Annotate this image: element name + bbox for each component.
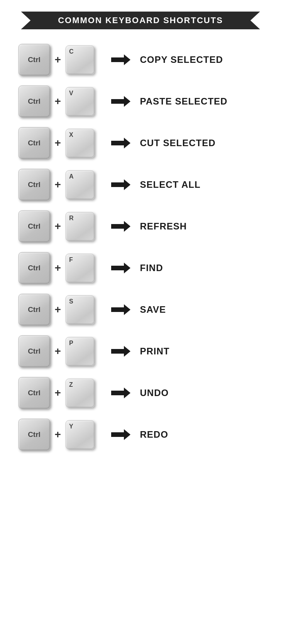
letter-key-label-select-all: A <box>69 173 74 180</box>
plus-sign-select-all: + <box>55 179 61 191</box>
ctrl-key-find: Ctrl <box>19 252 50 284</box>
ctrl-key-paste: Ctrl <box>19 86 50 117</box>
svg-marker-2 <box>111 138 130 148</box>
letter-key-print: P <box>66 337 95 366</box>
shortcut-row-print: Ctrl + P PRINT <box>19 332 263 370</box>
letter-key-label-cut: X <box>69 131 73 138</box>
letter-key-label-paste: V <box>69 90 73 97</box>
shortcut-label-select-all: SELECT ALL <box>140 179 201 190</box>
key-combo-copy: Ctrl + C <box>19 44 103 76</box>
svg-marker-1 <box>111 96 130 107</box>
ctrl-key-print: Ctrl <box>19 335 50 367</box>
svg-marker-7 <box>111 346 130 357</box>
key-combo-refresh: Ctrl + R <box>19 211 103 242</box>
shortcut-row-refresh: Ctrl + R REFRESH <box>19 207 263 245</box>
plus-sign-refresh: + <box>55 220 61 233</box>
key-combo-cut: Ctrl + X <box>19 127 103 159</box>
letter-key-label-redo: Y <box>69 423 73 430</box>
plus-sign-copy: + <box>55 54 61 66</box>
letter-key-refresh: R <box>66 212 95 241</box>
svg-marker-5 <box>111 263 130 273</box>
shortcut-label-undo: UNDO <box>140 388 169 398</box>
ctrl-key-copy: Ctrl <box>19 44 50 76</box>
key-combo-find: Ctrl + F <box>19 252 103 284</box>
svg-marker-0 <box>111 54 130 65</box>
shortcut-row-select-all: Ctrl + A SELECT ALL <box>19 166 263 204</box>
arrow-icon-copy <box>111 54 130 65</box>
arrow-icon-print <box>111 346 130 357</box>
shortcut-label-redo: REDO <box>140 429 168 440</box>
ctrl-key-refresh: Ctrl <box>19 211 50 242</box>
letter-key-cut: X <box>66 129 95 158</box>
key-combo-paste: Ctrl + V <box>19 86 103 117</box>
ctrl-key-cut: Ctrl <box>19 127 50 159</box>
shortcut-label-find: FIND <box>140 263 163 273</box>
letter-key-select-all: A <box>66 170 95 199</box>
letter-key-undo: Z <box>66 379 95 408</box>
ctrl-key-redo: Ctrl <box>19 419 50 450</box>
ctrl-key-label-find: Ctrl <box>28 264 41 272</box>
arrow-icon-cut <box>111 138 130 148</box>
plus-sign-paste: + <box>55 95 61 108</box>
plus-sign-save: + <box>55 303 61 316</box>
letter-key-label-save: S <box>69 298 73 305</box>
arrow-icon-paste <box>111 96 130 107</box>
shortcut-label-paste: PASTE SELECTED <box>140 96 228 107</box>
letter-key-label-print: P <box>69 340 73 347</box>
shortcut-row-find: Ctrl + F FIND <box>19 249 263 287</box>
letter-key-redo: Y <box>66 420 95 449</box>
shortcut-label-cut: CUT SELECTED <box>140 138 216 148</box>
key-combo-redo: Ctrl + Y <box>19 419 103 450</box>
plus-sign-cut: + <box>55 137 61 149</box>
ctrl-key-save: Ctrl <box>19 294 50 325</box>
letter-key-save: S <box>66 295 95 324</box>
ctrl-key-label-cut: Ctrl <box>28 139 41 147</box>
ctrl-key-label-undo: Ctrl <box>28 389 41 397</box>
arrow-icon-find <box>111 263 130 273</box>
letter-key-label-find: F <box>69 256 73 263</box>
key-combo-print: Ctrl + P <box>19 335 103 367</box>
shortcut-label-copy: COPY SELECTED <box>140 54 223 65</box>
shortcut-label-refresh: REFRESH <box>140 221 187 232</box>
ctrl-key-undo: Ctrl <box>19 377 50 409</box>
page-title: COMMON KEYBOARD SHORTCUTS <box>21 12 260 29</box>
letter-key-paste: V <box>66 87 95 116</box>
plus-sign-undo: + <box>55 387 61 399</box>
key-combo-save: Ctrl + S <box>19 294 103 325</box>
ctrl-key-label-copy: Ctrl <box>28 56 41 64</box>
arrow-icon-select-all <box>111 179 130 190</box>
ctrl-key-label-redo: Ctrl <box>28 430 41 439</box>
shortcut-row-save: Ctrl + S SAVE <box>19 291 263 329</box>
svg-marker-4 <box>111 221 130 232</box>
letter-key-label-refresh: R <box>69 215 74 222</box>
plus-sign-redo: + <box>55 428 61 441</box>
shortcut-row-undo: Ctrl + Z UNDO <box>19 374 263 412</box>
letter-key-label-undo: Z <box>69 381 73 388</box>
plus-sign-print: + <box>55 345 61 357</box>
key-combo-select-all: Ctrl + A <box>19 169 103 201</box>
letter-key-find: F <box>66 254 95 283</box>
plus-sign-find: + <box>55 262 61 274</box>
arrow-icon-redo <box>111 429 130 440</box>
shortcut-row-paste: Ctrl + V PASTE SELECTED <box>19 83 263 120</box>
arrow-icon-refresh <box>111 221 130 232</box>
letter-key-label-copy: C <box>69 48 74 55</box>
ctrl-key-label-paste: Ctrl <box>28 97 41 106</box>
shortcut-label-print: PRINT <box>140 346 170 357</box>
shortcut-row-cut: Ctrl + X CUT SELECTED <box>19 124 263 162</box>
shortcut-row-copy: Ctrl + C COPY SELECTED <box>19 41 263 79</box>
shortcuts-list: Ctrl + C COPY SELECTED Ctrl + V <box>8 41 273 453</box>
ctrl-key-label-print: Ctrl <box>28 347 41 356</box>
svg-marker-3 <box>111 179 130 190</box>
key-combo-undo: Ctrl + Z <box>19 377 103 409</box>
ctrl-key-label-save: Ctrl <box>28 305 41 314</box>
arrow-icon-undo <box>111 388 130 398</box>
svg-marker-6 <box>111 304 130 315</box>
arrow-icon-save <box>111 304 130 315</box>
ctrl-key-label-select-all: Ctrl <box>28 180 41 189</box>
shortcut-row-redo: Ctrl + Y REDO <box>19 416 263 453</box>
ctrl-key-label-refresh: Ctrl <box>28 222 41 231</box>
svg-marker-9 <box>111 429 130 440</box>
letter-key-copy: C <box>66 46 95 74</box>
shortcut-label-save: SAVE <box>140 304 166 315</box>
